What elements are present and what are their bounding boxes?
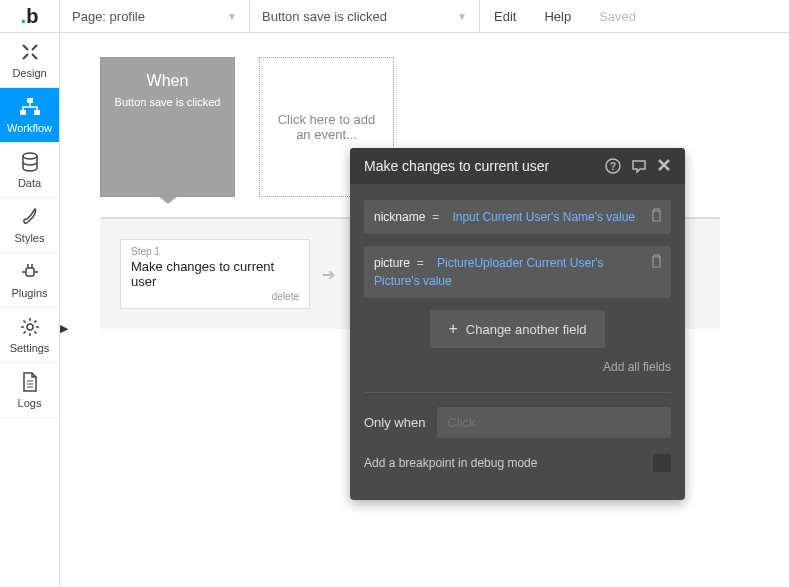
field-value-expression[interactable]: Input Current User's Name's value	[452, 210, 635, 224]
panel-header[interactable]: Make changes to current user ?	[350, 148, 685, 184]
sidebar-item-label: Settings	[10, 342, 50, 354]
left-sidebar: Design Workflow Data Styles Plugins Sett…	[0, 33, 60, 587]
saved-status: Saved	[585, 9, 650, 24]
sidebar-item-label: Logs	[18, 397, 42, 409]
svg-point-5	[27, 324, 33, 330]
arrow-right-icon[interactable]: ➔	[322, 265, 335, 284]
field-name: nickname	[374, 210, 425, 224]
step-label: Step 1	[131, 246, 299, 257]
equals-sign: =	[432, 210, 439, 224]
sidebar-item-label: Design	[12, 67, 46, 79]
panel-title: Make changes to current user	[364, 158, 605, 174]
help-icon[interactable]: ?	[605, 158, 621, 174]
breakpoint-label: Add a breakpoint in debug mode	[364, 456, 537, 470]
sidebar-item-design[interactable]: Design	[0, 33, 59, 88]
event-card[interactable]: When Button save is clicked	[100, 57, 235, 197]
add-event-label: Click here to add an event...	[270, 112, 383, 142]
event-dropdown[interactable]: Button save is clicked ▼	[250, 0, 480, 33]
step-card[interactable]: Step 1 Make changes to current user dele…	[120, 239, 310, 309]
workflow-icon	[19, 96, 41, 118]
sidebar-expand-icon[interactable]: ▶	[60, 322, 68, 335]
action-editor-panel: Make changes to current user ? nickname …	[350, 148, 685, 500]
topbar: .b Page: profile ▼ Button save is clicke…	[0, 0, 789, 33]
field-assignment-row[interactable]: nickname = Input Current User's Name's v…	[364, 200, 671, 234]
svg-rect-0	[27, 98, 33, 103]
svg-rect-2	[34, 110, 40, 115]
sidebar-item-label: Styles	[15, 232, 45, 244]
edit-menu[interactable]: Edit	[480, 9, 530, 24]
add-all-fields-link[interactable]: Add all fields	[364, 360, 671, 374]
event-card-title: When	[147, 72, 189, 90]
trash-icon[interactable]	[650, 254, 663, 268]
svg-text:?: ?	[610, 161, 616, 172]
close-icon[interactable]	[657, 158, 671, 174]
document-icon	[19, 371, 41, 393]
equals-sign: =	[417, 256, 424, 270]
sidebar-item-label: Data	[18, 177, 41, 189]
field-assignment-row[interactable]: picture = PictureUploader Current User's…	[364, 246, 671, 298]
help-menu[interactable]: Help	[530, 9, 585, 24]
field-name: picture	[374, 256, 410, 270]
sidebar-item-plugins[interactable]: Plugins	[0, 253, 59, 308]
sidebar-item-data[interactable]: Data	[0, 143, 59, 198]
app-logo[interactable]: .b	[0, 0, 60, 33]
change-btn-label: Change another field	[466, 322, 587, 337]
database-icon	[19, 151, 41, 173]
page-dropdown[interactable]: Page: profile ▼	[60, 0, 250, 33]
plug-icon	[19, 261, 41, 283]
plus-icon: +	[448, 320, 457, 338]
svg-rect-1	[20, 110, 26, 115]
svg-rect-4	[26, 268, 34, 276]
only-when-input[interactable]	[437, 407, 671, 438]
event-dropdown-label: Button save is clicked	[262, 9, 387, 24]
brush-icon	[19, 206, 41, 228]
chevron-down-icon: ▼	[227, 11, 237, 22]
gear-icon	[19, 316, 41, 338]
sidebar-item-label: Workflow	[7, 122, 52, 134]
only-when-label: Only when	[364, 415, 425, 430]
svg-point-3	[23, 153, 37, 159]
sidebar-item-styles[interactable]: Styles	[0, 198, 59, 253]
sidebar-item-logs[interactable]: Logs	[0, 363, 59, 418]
sidebar-item-workflow[interactable]: Workflow	[0, 88, 59, 143]
breakpoint-checkbox[interactable]	[653, 454, 671, 472]
chevron-down-icon: ▼	[457, 11, 467, 22]
sidebar-item-settings[interactable]: Settings	[0, 308, 59, 363]
comment-icon[interactable]	[631, 158, 647, 174]
sidebar-item-label: Plugins	[11, 287, 47, 299]
design-icon	[19, 41, 41, 63]
page-dropdown-label: Page: profile	[72, 9, 145, 24]
trash-icon[interactable]	[650, 208, 663, 222]
event-card-subtitle: Button save is clicked	[115, 96, 221, 108]
event-card-pointer	[158, 196, 178, 204]
change-another-field-button[interactable]: + Change another field	[430, 310, 604, 348]
logo-text: .b	[21, 5, 39, 28]
step-delete-link[interactable]: delete	[131, 291, 299, 302]
step-title: Make changes to current user	[131, 259, 299, 289]
